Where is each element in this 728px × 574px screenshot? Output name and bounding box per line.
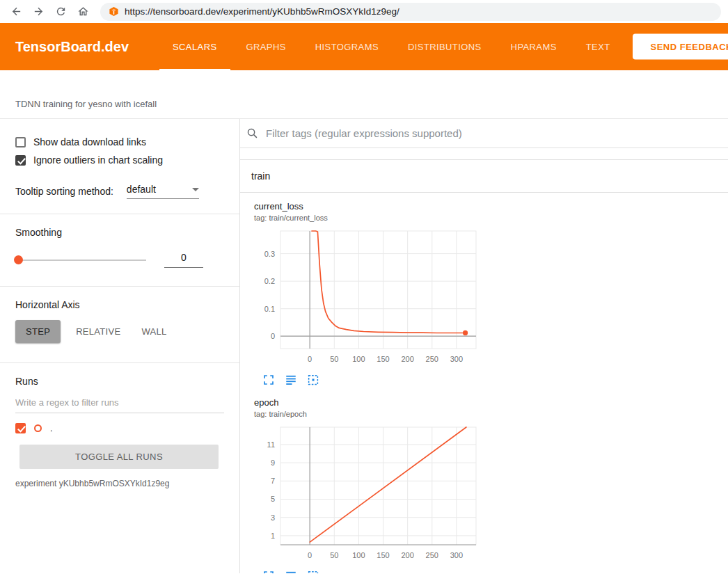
tag-filter-input[interactable] bbox=[264, 127, 728, 140]
svg-text:200: 200 bbox=[401, 355, 413, 363]
svg-text:11: 11 bbox=[267, 440, 275, 449]
ignore-outliers-checkbox[interactable] bbox=[15, 155, 26, 166]
svg-text:0: 0 bbox=[308, 355, 312, 363]
axis-wall-button[interactable]: WALL bbox=[136, 320, 172, 343]
tooltip-sorting-value: default bbox=[127, 184, 156, 195]
svg-text:3: 3 bbox=[271, 513, 275, 522]
scalars-main: train current_losstag: train/current_los… bbox=[240, 119, 728, 573]
svg-text:1: 1 bbox=[271, 532, 275, 540]
expand-chart-icon[interactable] bbox=[262, 570, 275, 573]
show-download-links-label: Show data download links bbox=[33, 136, 146, 148]
url-text: https://tensorboard.dev/experiment/yKUbh… bbox=[125, 6, 399, 17]
horizontal-axis-buttons: STEP RELATIVE WALL bbox=[0, 312, 239, 351]
svg-text:0.2: 0.2 bbox=[264, 277, 275, 285]
chart-tag: tag: train/current_loss bbox=[247, 214, 482, 222]
run-color-swatch-icon bbox=[34, 424, 42, 432]
horizontal-axis-label: Horizontal Axis bbox=[0, 298, 239, 312]
chart-card-epoch: epochtag: train/epoch0501001502002503001… bbox=[247, 397, 482, 573]
tab-histograms[interactable]: HISTOGRAMS bbox=[301, 23, 393, 70]
tab-text[interactable]: TEXT bbox=[571, 23, 625, 70]
smoothing-label: Smoothing bbox=[0, 225, 239, 239]
settings-sidebar: Show data download links Ignore outliers… bbox=[0, 119, 240, 573]
svg-text:7: 7 bbox=[271, 477, 275, 485]
smoothing-slider-knob[interactable] bbox=[14, 255, 23, 264]
show-download-links-checkbox[interactable] bbox=[15, 137, 26, 148]
svg-text:100: 100 bbox=[352, 551, 365, 559]
tensorboard-favicon bbox=[109, 6, 119, 17]
run-checkbox[interactable] bbox=[15, 423, 26, 433]
expand-chart-icon[interactable] bbox=[262, 374, 275, 386]
svg-text:150: 150 bbox=[377, 355, 389, 363]
fit-domain-icon[interactable] bbox=[307, 374, 319, 386]
svg-text:150: 150 bbox=[377, 551, 389, 559]
reload-icon[interactable] bbox=[52, 3, 70, 21]
sidebar-divider bbox=[0, 286, 239, 287]
svg-text:0: 0 bbox=[308, 551, 312, 559]
send-feedback-button[interactable]: SEND FEEDBACK bbox=[633, 34, 728, 60]
back-icon[interactable] bbox=[7, 3, 25, 21]
smoothing-value[interactable]: 0 bbox=[164, 252, 203, 268]
forward-icon[interactable] bbox=[29, 3, 47, 21]
tab-distributions[interactable]: DISTRIBUTIONS bbox=[393, 23, 496, 70]
svg-text:50: 50 bbox=[330, 355, 338, 363]
run-name: . bbox=[50, 423, 53, 433]
experiment-subheader: TDNN training for yesno with icefall bbox=[0, 70, 728, 119]
tab-scalars[interactable]: SCALARS bbox=[158, 23, 232, 70]
svg-text:300: 300 bbox=[450, 355, 463, 363]
svg-text:0: 0 bbox=[271, 332, 275, 340]
sidebar-divider bbox=[0, 214, 239, 214]
tooltip-sorting-row: Tooltip sorting method: default bbox=[0, 180, 239, 202]
runs-label: Runs bbox=[0, 374, 239, 388]
show-download-links-row: Show data download links bbox=[0, 133, 239, 151]
chart-title: epoch bbox=[247, 397, 482, 408]
svg-text:0.1: 0.1 bbox=[264, 305, 275, 313]
chart-title: current_loss bbox=[247, 201, 482, 212]
tab-graphs[interactable]: GRAPHS bbox=[232, 23, 301, 70]
svg-text:0.3: 0.3 bbox=[264, 250, 275, 258]
run-row: . bbox=[0, 413, 239, 436]
dashboard-tabs: SCALARS GRAPHS HISTOGRAMS DISTRIBUTIONS … bbox=[158, 23, 625, 70]
view-data-icon[interactable] bbox=[285, 374, 297, 386]
fit-domain-icon[interactable] bbox=[307, 570, 319, 573]
charts-grid: current_losstag: train/current_loss05010… bbox=[240, 193, 728, 573]
chart-tag: tag: train/epoch bbox=[247, 410, 482, 418]
axis-relative-button[interactable]: RELATIVE bbox=[70, 320, 126, 343]
app-header: TensorBoard.dev SCALARS GRAPHS HISTOGRAM… bbox=[0, 23, 728, 70]
svg-text:9: 9 bbox=[271, 459, 275, 467]
browser-toolbar: https://tensorboard.dev/experiment/yKUbh… bbox=[0, 0, 728, 23]
train-section: train current_losstag: train/current_los… bbox=[240, 159, 728, 573]
address-bar[interactable]: https://tensorboard.dev/experiment/yKUbh… bbox=[100, 3, 721, 21]
tag-filter-row bbox=[240, 119, 728, 148]
experiment-caption: experiment yKUbhb5wRmOSXYkId1z9eg bbox=[0, 469, 239, 498]
sidebar-divider bbox=[0, 362, 239, 363]
svg-text:300: 300 bbox=[450, 551, 463, 559]
runs-filter-input[interactable] bbox=[15, 392, 224, 413]
line-chart-epoch[interactable]: 0501001502002503001357911 bbox=[247, 421, 481, 566]
search-icon bbox=[246, 127, 258, 139]
tensorboard-page: { "browser": { "url": "https://tensorboa… bbox=[0, 0, 728, 574]
train-section-header[interactable]: train bbox=[240, 160, 728, 193]
svg-text:250: 250 bbox=[426, 551, 438, 559]
svg-text:250: 250 bbox=[426, 355, 438, 363]
smoothing-slider-row: 0 bbox=[0, 239, 239, 275]
view-data-icon[interactable] bbox=[285, 570, 297, 573]
chart-toolbar bbox=[247, 566, 482, 573]
tooltip-sorting-label: Tooltip sorting method: bbox=[15, 186, 113, 197]
axis-step-button[interactable]: STEP bbox=[15, 320, 61, 343]
chart-toolbar bbox=[247, 369, 482, 386]
tab-hparams[interactable]: HPARAMS bbox=[496, 23, 571, 70]
home-icon[interactable] bbox=[74, 3, 92, 21]
svg-text:200: 200 bbox=[401, 551, 413, 559]
svg-text:100: 100 bbox=[352, 355, 365, 363]
tooltip-sorting-dropdown[interactable]: default bbox=[127, 184, 199, 199]
smoothing-slider[interactable] bbox=[15, 260, 146, 261]
experiment-title: TDNN training for yesno with icefall bbox=[15, 99, 157, 109]
toggle-all-runs-button[interactable]: TOGGLE ALL RUNS bbox=[19, 445, 219, 469]
tensorboard-logo: TensorBoard.dev bbox=[15, 39, 129, 55]
chevron-down-icon bbox=[192, 188, 199, 191]
svg-text:5: 5 bbox=[271, 495, 275, 503]
line-chart-current_loss[interactable]: 05010015020025030000.10.20.3 bbox=[247, 225, 481, 369]
content-area: Show data download links Ignore outliers… bbox=[0, 119, 728, 573]
chart-card-current_loss: current_losstag: train/current_loss05010… bbox=[247, 201, 482, 386]
ignore-outliers-label: Ignore outliers in chart scaling bbox=[33, 154, 163, 166]
